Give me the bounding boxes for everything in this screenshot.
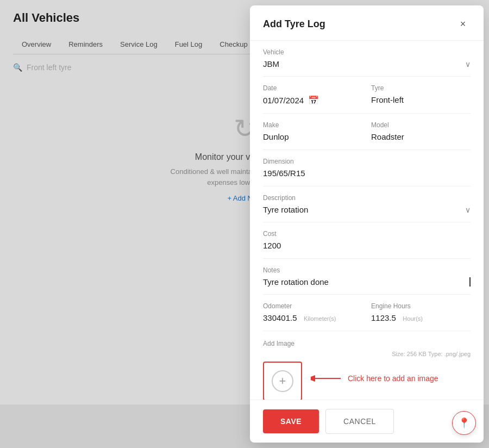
image-info: Size: 256 KB Type: .png/.jpeg xyxy=(263,351,471,357)
date-row: 01/07/2024 📅 xyxy=(263,95,362,105)
date-tyre-section: Date 01/07/2024 📅 Tyre Front-left xyxy=(263,77,471,114)
description-row[interactable]: Tyre rotation ∨ xyxy=(263,205,471,214)
modal-panel: Add Tyre Log × Vehicle JBM ∨ Date 01/07/… xyxy=(250,5,484,443)
vehicle-label: Vehicle xyxy=(263,48,471,56)
model-label: Model xyxy=(371,121,471,129)
odometer-section: Odometer 330401.5 Kilometer(s) Engine Ho… xyxy=(263,295,471,331)
model-value: Roadster xyxy=(371,132,404,141)
vehicle-row[interactable]: JBM ∨ xyxy=(263,59,471,69)
plus-icon: + xyxy=(272,370,293,392)
annotation-text: Click here to add an image xyxy=(348,374,438,383)
engine-hours-field: Engine Hours 1123.5 Hour(s) xyxy=(371,302,471,323)
notes-value[interactable]: Tyre rotation done xyxy=(263,277,471,287)
model-field: Model Roadster xyxy=(371,121,471,142)
make-model-section: Make Dunlop Model Roadster xyxy=(263,114,471,150)
close-button[interactable]: × xyxy=(455,16,471,32)
engine-hours-row: 1123.5 Hour(s) xyxy=(371,313,471,323)
arrow-icon xyxy=(311,370,343,387)
calendar-icon[interactable]: 📅 xyxy=(308,95,319,105)
cost-value: 1200 xyxy=(263,241,281,250)
odometer-value: 330401.5 xyxy=(263,313,297,322)
arrow-annotation: Click here to add an image xyxy=(311,370,438,387)
main-page: All Vehicles Overview Reminders Service … xyxy=(0,0,489,448)
save-button[interactable]: SAVE xyxy=(263,409,319,433)
add-image-button[interactable]: + xyxy=(263,362,302,400)
engine-hours-unit: Hour(s) xyxy=(403,315,423,322)
notes-section: Notes Tyre rotation done xyxy=(263,259,471,295)
modal-footer: SAVE CANCEL xyxy=(250,400,484,443)
odometer-row: 330401.5 Kilometer(s) xyxy=(263,313,362,323)
add-image-label: Add Image xyxy=(263,340,471,347)
date-field: Date 01/07/2024 📅 xyxy=(263,84,362,105)
cancel-button[interactable]: CANCEL xyxy=(325,409,394,434)
date-label: Date xyxy=(263,84,362,92)
odometer-unit: Kilometer(s) xyxy=(304,315,336,322)
tyre-field: Tyre Front-left xyxy=(371,84,471,105)
make-field: Make Dunlop xyxy=(263,121,362,142)
odometer-label: Odometer xyxy=(263,302,362,310)
date-value: 01/07/2024 xyxy=(263,96,304,105)
modal-body: Vehicle JBM ∨ Date 01/07/2024 📅 Tyre xyxy=(250,41,484,400)
cost-label: Cost xyxy=(263,230,471,238)
dimension-value: 195/65/R15 xyxy=(263,169,305,178)
modal-title: Add Tyre Log xyxy=(263,18,325,30)
tyre-value: Front-left xyxy=(371,95,404,104)
dimension-section: Dimension 195/65/R15 xyxy=(263,150,471,186)
description-label: Description xyxy=(263,194,471,202)
dimension-label: Dimension xyxy=(263,158,471,165)
description-value: Tyre rotation xyxy=(263,205,308,214)
engine-hours-label: Engine Hours xyxy=(371,302,471,310)
add-image-section: Add Image Size: 256 KB Type: .png/.jpeg … xyxy=(263,331,471,400)
chevron-down-icon: ∨ xyxy=(465,60,471,69)
chevron-down-icon-desc: ∨ xyxy=(465,206,471,214)
make-value: Dunlop xyxy=(263,132,289,141)
pin-icon: 📍 xyxy=(458,417,470,429)
image-box-wrapper: + Click here to ad xyxy=(263,362,471,400)
cost-section: Cost 1200 xyxy=(263,222,471,259)
make-label: Make xyxy=(263,121,362,129)
engine-hours-value: 1123.5 xyxy=(371,313,396,322)
modal-header: Add Tyre Log × xyxy=(250,5,484,41)
notes-label: Notes xyxy=(263,266,471,274)
vehicle-section: Vehicle JBM ∨ xyxy=(263,41,471,77)
description-section: Description Tyre rotation ∨ xyxy=(263,186,471,222)
odometer-field: Odometer 330401.5 Kilometer(s) xyxy=(263,302,362,323)
tyre-label: Tyre xyxy=(371,84,471,92)
float-action-button[interactable]: 📍 xyxy=(452,411,476,435)
vehicle-value: JBM xyxy=(263,59,279,69)
